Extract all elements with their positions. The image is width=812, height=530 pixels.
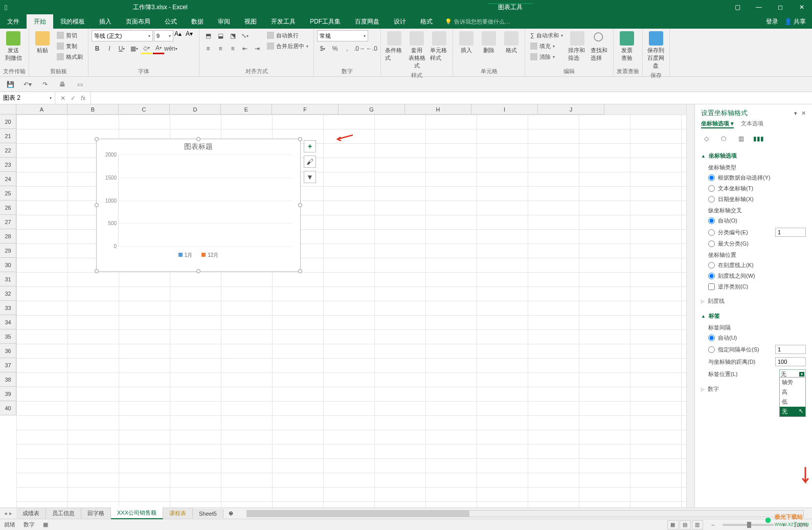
sheet-tab[interactable]: 田字格 — [81, 508, 111, 519]
row-header[interactable]: 33 — [0, 301, 16, 315]
select-all-corner[interactable] — [0, 104, 16, 115]
row-header[interactable]: 28 — [0, 229, 16, 244]
font-family-select[interactable]: 等线 (正文)▾ — [92, 30, 153, 41]
resize-handle[interactable] — [298, 203, 302, 207]
subtab-axis-options[interactable]: 坐标轴选项 ▾ — [701, 120, 734, 128]
share-button[interactable]: 👤 共享 — [784, 17, 806, 26]
sheet-tab[interactable]: 成绩表 — [16, 508, 46, 519]
chart-styles-button[interactable]: 🖌 — [304, 156, 316, 168]
tab-formulas[interactable]: 公式 — [157, 14, 184, 29]
phonetic-button[interactable]: wén▾ — [165, 43, 176, 54]
column-header[interactable]: I — [471, 104, 538, 115]
subtab-text-options[interactable]: 文本选项 — [741, 120, 763, 128]
radio-on-tick[interactable]: 在刻度线上(K) — [701, 260, 806, 271]
tab-file[interactable]: 文件 — [0, 14, 27, 29]
resize-handle[interactable] — [95, 203, 99, 207]
comma-icon[interactable]: , — [342, 43, 353, 54]
row-header[interactable]: 24 — [0, 172, 16, 186]
row-header[interactable]: 35 — [0, 329, 16, 344]
tab-developer[interactable]: 开发工具 — [264, 14, 303, 29]
column-header[interactable]: D — [170, 104, 221, 115]
increase-decimal-icon[interactable]: .0→ — [354, 43, 365, 54]
cut-button[interactable]: 剪切 — [55, 30, 85, 40]
pane-dropdown-icon[interactable]: ▾ — [794, 110, 797, 117]
row-header[interactable]: 34 — [0, 315, 16, 329]
font-size-select[interactable]: 9▾ — [154, 30, 173, 41]
column-header[interactable]: C — [119, 104, 170, 115]
checkbox-reverse-cat[interactable]: 逆序类别(C) — [701, 281, 806, 292]
row-header[interactable]: 21 — [0, 129, 16, 143]
merge-center-button[interactable]: 合并后居中▾ — [265, 41, 310, 51]
row-header[interactable]: 31 — [0, 272, 16, 286]
currency-icon[interactable]: $▾ — [317, 43, 328, 54]
view-pagelayout-icon[interactable]: ▤ — [680, 520, 691, 529]
send-to-wechat-button[interactable]: 发送 到微信 — [3, 30, 24, 63]
fill-color-button[interactable]: ◇▾ — [141, 43, 152, 54]
section-labels[interactable]: ▲标签 — [701, 310, 806, 322]
align-top-icon[interactable]: ⬒ — [202, 30, 214, 41]
horizontal-scrollbar[interactable] — [246, 510, 804, 517]
tab-review[interactable]: 审阅 — [211, 14, 237, 29]
dropdown-option-beside[interactable]: 轴旁 — [780, 378, 805, 387]
resize-handle[interactable] — [196, 269, 200, 273]
tab-view[interactable]: 视图 — [237, 14, 264, 29]
radio-auto-by-data[interactable]: 根据数据自动选择(Y) — [701, 172, 806, 183]
column-header[interactable]: A — [16, 104, 67, 115]
row-header[interactable]: 32 — [0, 286, 16, 301]
pane-close-icon[interactable]: ✕ — [801, 110, 806, 117]
row-header[interactable]: 37 — [0, 358, 16, 372]
resize-handle[interactable] — [196, 137, 200, 141]
decrease-font-icon[interactable]: A▾ — [186, 30, 196, 41]
view-pagebreak-icon[interactable]: ▥ — [692, 520, 703, 529]
sheet-tab[interactable]: 员工信息 — [46, 508, 81, 519]
column-header[interactable]: H — [405, 104, 471, 115]
tab-baidunetdisk[interactable]: 百度网盘 — [348, 14, 387, 29]
column-header[interactable]: J — [538, 104, 604, 115]
radio-between-tick[interactable]: 刻度线之间(W) — [701, 271, 806, 281]
minimize-icon[interactable]: — — [749, 0, 769, 14]
name-box[interactable]: 图表 2▾ — [0, 92, 55, 104]
tab-chart-format[interactable]: 格式 — [413, 14, 440, 29]
row-header[interactable]: 38 — [0, 372, 16, 387]
row-header[interactable]: 30 — [0, 258, 16, 272]
radio-cross-cat-num[interactable]: 分类编号(E) — [701, 226, 806, 238]
fx-icon[interactable]: fx — [81, 95, 85, 102]
sheet-tab[interactable]: 课程表 — [163, 508, 193, 519]
sheet-nav-first-icon[interactable]: ◂ — [4, 510, 7, 517]
insert-cells-button[interactable]: 插入 — [456, 30, 477, 55]
chart-plot-area[interactable]: 0500100015002000 — [118, 154, 292, 247]
format-cells-button[interactable]: 格式 — [501, 30, 522, 55]
wrap-text-button[interactable]: 自动换行 — [265, 30, 310, 40]
align-bottom-icon[interactable]: ⬔ — [227, 30, 238, 41]
print-preview-icon[interactable]: ▭ — [75, 79, 85, 90]
fill-line-icon[interactable]: ◇ — [701, 134, 711, 144]
vertical-scrollbar[interactable] — [686, 104, 694, 507]
font-color-button[interactable]: A▾ — [153, 43, 164, 54]
autosum-button[interactable]: ∑自动求和▾ — [528, 30, 565, 40]
orientation-icon[interactable]: ⤡▾ — [239, 30, 251, 41]
tab-mytemplates[interactable]: 我的模板 — [53, 14, 92, 29]
row-header[interactable]: 29 — [0, 244, 16, 258]
row-header[interactable]: 23 — [0, 158, 16, 172]
tab-pagelayout[interactable]: 页面布局 — [119, 14, 157, 29]
close-icon[interactable]: ✕ — [792, 0, 812, 14]
sheet-nav-last-icon[interactable]: ▸ — [9, 510, 12, 517]
column-header[interactable]: B — [67, 104, 119, 115]
align-center-icon[interactable]: ≡ — [215, 43, 226, 54]
clear-button[interactable]: 清除▾ — [528, 52, 565, 62]
accept-formula-icon[interactable]: ✓ — [71, 95, 76, 102]
tab-insert[interactable]: 插入 — [92, 14, 119, 29]
radio-interval-specify[interactable]: 指定间隔单位(S) — [701, 343, 806, 356]
sheet-tab[interactable]: Sheet5 — [193, 509, 223, 518]
zoom-out-icon[interactable]: − — [711, 522, 714, 528]
delete-cells-button[interactable]: 删除 — [479, 30, 499, 55]
effects-icon[interactable]: ⬠ — [718, 134, 729, 144]
dropdown-option-high[interactable]: 高 — [780, 387, 805, 397]
ribbon-options-icon[interactable]: ▢ — [727, 0, 748, 14]
chart-elements-button[interactable]: + — [304, 140, 316, 152]
save-icon[interactable]: 💾 — [5, 79, 15, 90]
row-header[interactable]: 36 — [0, 344, 16, 358]
row-header[interactable]: 20 — [0, 115, 16, 129]
column-header[interactable]: G — [339, 104, 405, 115]
print-icon[interactable]: 🖶 — [57, 79, 67, 90]
